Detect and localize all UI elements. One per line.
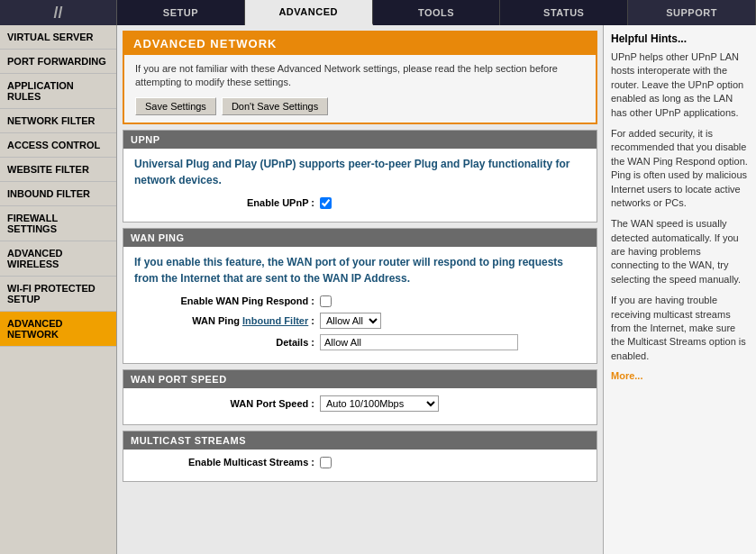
- hints-panel: Helpful Hints... UPnP helps other UPnP L…: [603, 25, 756, 554]
- wan-ping-filter-row: WAN Ping Inbound Filter : Allow All Deny…: [134, 313, 586, 329]
- wan-port-speed-section: WAN PORT SPEED WAN Port Speed : Auto 10/…: [123, 369, 597, 425]
- sidebar-item-inbound-filter[interactable]: INBOUND FILTER: [0, 182, 116, 206]
- upnp-enable-label: Enable UPnP :: [152, 197, 314, 208]
- wan-ping-filter-select[interactable]: Allow All Deny All: [320, 313, 381, 329]
- hints-paragraph-4: If you are having trouble receiving mult…: [611, 294, 749, 363]
- multicast-enable-label: Enable Multicast Streams :: [152, 457, 314, 468]
- dont-save-settings-button[interactable]: Don't Save Settings: [222, 97, 328, 115]
- nav-tabs: SETUP ADVANCED TOOLS STATUS SUPPORT: [117, 0, 756, 25]
- wan-ping-details-label: Details :: [152, 337, 314, 348]
- sidebar-item-website-filter[interactable]: WEBSITE FILTER: [0, 158, 116, 182]
- tab-support[interactable]: SUPPORT: [628, 0, 756, 25]
- wan-ping-header: WAN PING: [123, 229, 597, 247]
- sidebar-item-advanced-wireless[interactable]: ADVANCED WIRELESS: [0, 241, 116, 277]
- hints-paragraph-1: UPnP helps other UPnP LAN hosts interope…: [611, 50, 749, 120]
- wan-ping-enable-label: Enable WAN Ping Respond :: [152, 295, 314, 306]
- multicast-section: MULTICAST STREAMS Enable Multicast Strea…: [123, 431, 597, 482]
- tab-advanced[interactable]: ADVANCED: [245, 0, 373, 25]
- sidebar-item-application-rules[interactable]: APPLICATION RULES: [0, 74, 116, 109]
- wan-ping-filter-label: WAN Ping Inbound Filter :: [152, 315, 314, 326]
- sidebar-item-network-filter[interactable]: NETWORK FILTER: [0, 109, 116, 133]
- inbound-filter-link[interactable]: Inbound Filter: [242, 315, 308, 326]
- sidebar: VIRTUAL SERVER PORT FORWARDING APPLICATI…: [0, 25, 117, 554]
- wan-ping-content: If you enable this feature, the WAN port…: [123, 247, 597, 363]
- wan-ping-description: If you enable this feature, the WAN port…: [134, 254, 586, 286]
- multicast-content: Enable Multicast Streams :: [123, 450, 597, 481]
- wan-ping-details-row: Details :: [134, 334, 586, 350]
- main-layout: VIRTUAL SERVER PORT FORWARDING APPLICATI…: [0, 25, 756, 554]
- sidebar-item-virtual-server[interactable]: VIRTUAL SERVER: [0, 25, 116, 50]
- intro-text: If you are not familiar with these Advan…: [135, 62, 585, 90]
- page-title: ADVANCED NETWORK: [124, 32, 596, 55]
- wan-ping-details-field[interactable]: [320, 334, 518, 350]
- sidebar-item-advanced-network[interactable]: ADVANCED NETWORK: [0, 312, 116, 347]
- wan-port-speed-content: WAN Port Speed : Auto 10/100Mbps 10Mbps …: [123, 388, 597, 424]
- wan-ping-enable-row: Enable WAN Ping Respond :: [134, 295, 586, 307]
- hints-paragraph-2: For added security, it is recommended th…: [611, 127, 749, 210]
- multicast-header: MULTICAST STREAMS: [123, 431, 597, 450]
- logo: //: [0, 0, 117, 25]
- multicast-enable-row: Enable Multicast Streams :: [134, 457, 586, 468]
- upnp-enable-checkbox[interactable]: [320, 197, 332, 209]
- wan-port-speed-label: WAN Port Speed :: [152, 398, 314, 409]
- upnp-header: UPNP: [123, 131, 597, 149]
- more-link[interactable]: More...: [611, 370, 642, 381]
- tab-tools[interactable]: TOOLS: [373, 0, 501, 25]
- tab-setup[interactable]: SETUP: [117, 0, 245, 25]
- save-settings-button[interactable]: Save Settings: [135, 97, 216, 115]
- advanced-network-box: ADVANCED NETWORK If you are not familiar…: [123, 31, 597, 124]
- upnp-section: UPNP Universal Plug and Play (UPnP) supp…: [123, 130, 597, 223]
- wan-ping-section: WAN PING If you enable this feature, the…: [123, 228, 597, 364]
- top-header: // SETUP ADVANCED TOOLS STATUS SUPPORT: [0, 0, 756, 25]
- hints-title: Helpful Hints...: [611, 32, 749, 45]
- wan-port-speed-header: WAN PORT SPEED: [123, 370, 597, 388]
- tab-status[interactable]: STATUS: [500, 0, 628, 25]
- multicast-enable-checkbox[interactable]: [320, 457, 332, 468]
- wan-port-speed-select[interactable]: Auto 10/100Mbps 10Mbps Half-Duplex 10Mbp…: [320, 395, 439, 412]
- hints-paragraph-3: The WAN speed is usually detected automa…: [611, 217, 749, 286]
- content-area: ADVANCED NETWORK If you are not familiar…: [117, 25, 603, 554]
- upnp-description: Universal Plug and Play (UPnP) supports …: [134, 156, 586, 188]
- upnp-enable-row: Enable UPnP :: [134, 197, 586, 209]
- sidebar-item-wifi-protected-setup[interactable]: WI-FI PROTECTED SETUP: [0, 277, 116, 312]
- wan-ping-enable-checkbox[interactable]: [320, 295, 332, 307]
- btn-row: Save Settings Don't Save Settings: [135, 97, 585, 115]
- sidebar-item-firewall-settings[interactable]: FIREWALL SETTINGS: [0, 206, 116, 241]
- wan-port-speed-row: WAN Port Speed : Auto 10/100Mbps 10Mbps …: [134, 395, 586, 412]
- sidebar-item-access-control[interactable]: ACCESS CONTROL: [0, 133, 116, 158]
- sidebar-item-port-forwarding[interactable]: PORT FORWARDING: [0, 50, 116, 74]
- advanced-network-body: If you are not familiar with these Advan…: [124, 55, 596, 123]
- upnp-content: Universal Plug and Play (UPnP) supports …: [123, 149, 597, 222]
